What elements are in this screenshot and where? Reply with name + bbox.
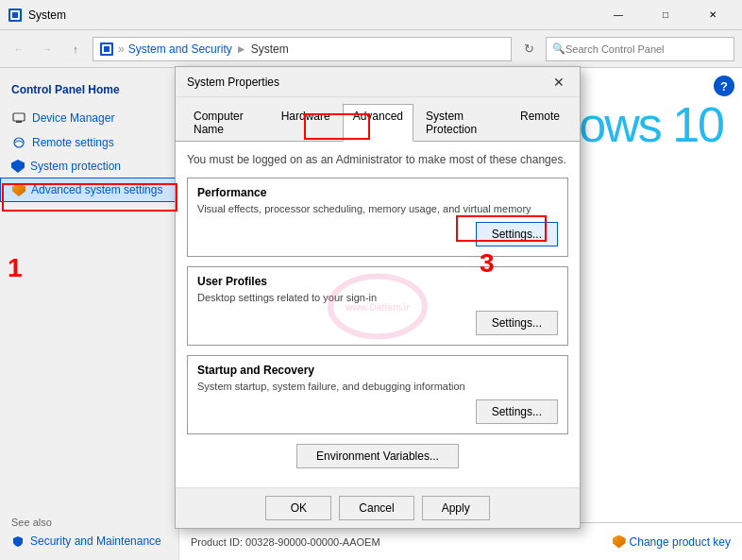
- forward-button[interactable]: →: [36, 38, 59, 60]
- maximize-button[interactable]: □: [644, 0, 687, 30]
- startup-settings-button[interactable]: Settings...: [476, 399, 558, 424]
- address-bar: ← → ↑ » System and Security ► System ↻ 🔍: [0, 30, 742, 68]
- sidebar-item-advanced-system[interactable]: Advanced system settings: [0, 178, 178, 202]
- startup-title: Startup and Recovery: [197, 364, 558, 377]
- user-profiles-settings-button[interactable]: Settings...: [476, 311, 558, 335]
- product-id-value: 00328-90000-00000-AAOEM: [245, 536, 379, 548]
- path-segment-1: System and Security: [128, 42, 232, 56]
- see-also-security[interactable]: Security and Maintenance: [0, 532, 178, 551]
- help-icon[interactable]: ?: [714, 76, 734, 96]
- num-label-3: 3: [480, 250, 495, 277]
- up-button[interactable]: ↑: [64, 38, 87, 60]
- startup-recovery-section: Startup and Recovery System startup, sys…: [187, 355, 568, 434]
- device-manager-icon: [11, 110, 26, 126]
- shield-icon-advanced: [12, 183, 25, 196]
- sidebar-item-label-advanced: Advanced system settings: [31, 183, 162, 196]
- env-btn-row: Environment Variables...: [187, 444, 568, 468]
- dialog-warning: You must be logged on as an Administrato…: [187, 153, 568, 166]
- sidebar-title[interactable]: Control Panel Home: [0, 77, 178, 106]
- change-product-key-label: Change product key: [630, 535, 731, 549]
- sidebar-item-remote-settings[interactable]: Remote settings: [0, 130, 178, 155]
- change-product-key-link[interactable]: Change product key: [613, 535, 731, 549]
- minimize-button[interactable]: —: [597, 0, 640, 30]
- address-path[interactable]: » System and Security ► System: [93, 37, 512, 61]
- performance-btn-row: Settings...: [197, 222, 558, 246]
- num-label-1: 1: [8, 255, 23, 281]
- tab-computer-name[interactable]: Computer Name: [183, 104, 269, 142]
- search-input[interactable]: [565, 43, 728, 55]
- ok-button[interactable]: OK: [265, 496, 331, 520]
- tab-system-protection[interactable]: System Protection: [415, 104, 508, 142]
- path-sep: ►: [236, 42, 247, 56]
- user-profiles-desc: Desktop settings related to your sign-in: [197, 292, 558, 303]
- sidebar-item-label-remote: Remote settings: [32, 136, 114, 149]
- back-button[interactable]: ←: [8, 38, 30, 60]
- see-also-item-label: Security and Maintenance: [30, 535, 161, 548]
- user-profiles-title: User Profiles: [197, 275, 558, 288]
- dialog-tab-bar: Computer Name Hardware Advanced System P…: [176, 97, 580, 142]
- dialog-content: You must be logged on as an Administrato…: [176, 142, 580, 487]
- sidebar-item-device-manager[interactable]: Device Manager: [0, 106, 178, 130]
- dialog-title-bar: System Properties ✕: [176, 67, 580, 97]
- performance-section: Performance Visual effects, processor sc…: [187, 178, 568, 257]
- system-properties-dialog: System Properties ✕ Computer Name Hardwa…: [175, 66, 581, 529]
- see-also-label: See also: [0, 509, 178, 532]
- search-box: 🔍: [546, 37, 734, 61]
- title-bar: System — □ ✕: [0, 0, 742, 30]
- refresh-button[interactable]: ↻: [517, 38, 540, 60]
- sidebar-item-system-protection[interactable]: System protection: [0, 155, 178, 178]
- window-controls: — □ ✕: [597, 0, 734, 30]
- svg-rect-5: [104, 46, 110, 52]
- tab-advanced[interactable]: Advanced: [343, 104, 413, 142]
- cancel-button[interactable]: Cancel: [339, 496, 413, 520]
- shield-icon-protection: [11, 160, 25, 173]
- product-id-text: Product ID: 00328-90000-00000-AAOEM: [191, 536, 380, 548]
- security-icon: [11, 535, 25, 548]
- tab-hardware[interactable]: Hardware: [271, 104, 341, 142]
- user-profiles-btn-row: Settings...: [197, 311, 558, 335]
- startup-btn-row: Settings...: [197, 399, 558, 424]
- product-key-shield-icon: [613, 535, 626, 549]
- performance-settings-button[interactable]: Settings...: [476, 222, 558, 246]
- path-segment-2: System: [251, 42, 289, 56]
- sidebar: Control Panel Home Device Manager Remote…: [0, 68, 179, 560]
- apply-button[interactable]: Apply: [422, 496, 490, 520]
- startup-desc: System startup, system failure, and debu…: [197, 381, 558, 392]
- svg-rect-2: [12, 12, 18, 18]
- svg-rect-7: [16, 121, 22, 123]
- sidebar-spacer: [0, 202, 178, 509]
- user-profiles-section: User Profiles Desktop settings related t…: [187, 266, 568, 346]
- svg-rect-6: [13, 113, 25, 121]
- window-icon: [8, 8, 23, 23]
- dialog-footer: OK Cancel Apply: [176, 487, 580, 528]
- remote-icon: [11, 135, 26, 150]
- dialog-title: System Properties: [187, 76, 549, 89]
- window-title: System: [28, 8, 597, 22]
- search-icon: 🔍: [552, 42, 565, 55]
- product-id-label: Product ID:: [191, 536, 243, 548]
- tab-remote[interactable]: Remote: [510, 104, 570, 142]
- close-button[interactable]: ✕: [691, 0, 734, 30]
- sidebar-item-label-protection: System protection: [30, 160, 121, 173]
- env-variables-button[interactable]: Environment Variables...: [296, 444, 459, 468]
- performance-title: Performance: [197, 186, 558, 199]
- performance-desc: Visual effects, processor scheduling, me…: [197, 203, 558, 214]
- sidebar-item-label-device-manager: Device Manager: [32, 111, 114, 125]
- dialog-close-button[interactable]: ✕: [549, 73, 568, 92]
